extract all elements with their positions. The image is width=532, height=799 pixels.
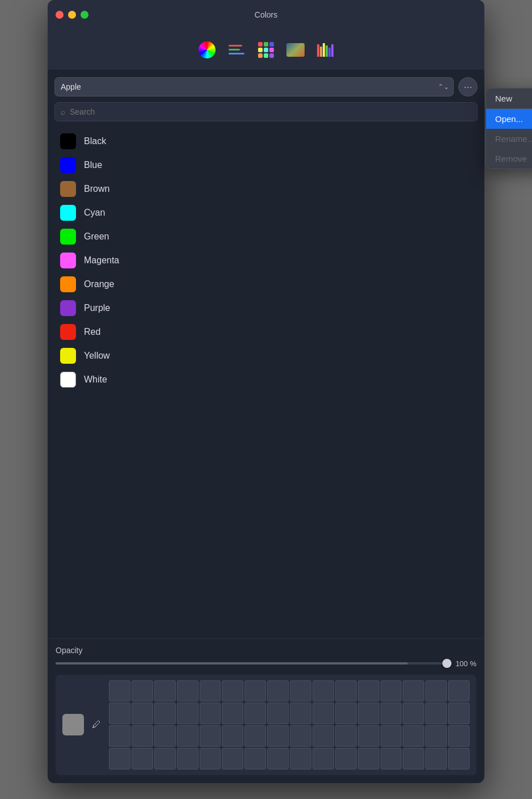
swatch-cell[interactable] [132, 748, 153, 769]
color-item[interactable]: Purple [57, 296, 475, 320]
swatch-cell[interactable] [425, 748, 447, 769]
swatch-cell[interactable] [448, 725, 470, 747]
swatch-cell[interactable] [290, 680, 311, 702]
color-item[interactable]: Black [57, 129, 475, 153]
swatch-cell[interactable] [381, 703, 402, 724]
context-menu-item-new[interactable]: New [486, 89, 532, 109]
opacity-slider-fill [56, 662, 408, 665]
search-input[interactable] [70, 107, 471, 116]
swatch-cell[interactable] [109, 748, 130, 769]
swatch-cell[interactable] [154, 725, 176, 747]
swatch-cell[interactable] [335, 703, 357, 724]
swatch-cell[interactable] [403, 748, 424, 769]
swatch-cell[interactable] [381, 748, 402, 769]
swatch-cell[interactable] [425, 725, 447, 747]
color-swatch [60, 348, 76, 364]
color-wheel-tab[interactable] [195, 37, 219, 62]
color-wheel-icon [199, 41, 216, 58]
swatch-cell[interactable] [200, 680, 221, 702]
slider-green [229, 49, 240, 51]
swatch-cell[interactable] [448, 703, 470, 724]
swatch-cell[interactable] [313, 725, 334, 747]
palettes-tab[interactable] [254, 37, 278, 62]
color-item[interactable]: Red [57, 320, 475, 344]
context-menu-item-open[interactable]: Open... [486, 109, 532, 129]
swatch-cell[interactable] [109, 725, 130, 747]
swatch-cell[interactable] [425, 680, 447, 702]
swatch-cell[interactable] [290, 725, 311, 747]
swatch-cell[interactable] [244, 725, 266, 747]
swatch-cell[interactable] [290, 748, 311, 769]
swatch-cell[interactable] [403, 703, 424, 724]
swatch-cell[interactable] [335, 748, 357, 769]
color-swatch [60, 276, 76, 292]
color-item[interactable]: White [57, 368, 475, 392]
color-item[interactable]: Orange [57, 272, 475, 296]
swatch-cell[interactable] [267, 748, 289, 769]
color-item[interactable]: Magenta [57, 249, 475, 272]
swatch-cell[interactable] [425, 703, 447, 724]
swatch-cell[interactable] [222, 748, 243, 769]
swatch-cell[interactable] [335, 680, 357, 702]
sliders-tab[interactable] [224, 37, 249, 62]
swatch-cell[interactable] [132, 680, 153, 702]
crayons-icon [317, 43, 333, 57]
crayons-tab[interactable] [313, 37, 337, 62]
swatch-cell[interactable] [313, 703, 334, 724]
swatch-cell[interactable] [200, 725, 221, 747]
swatch-cell[interactable] [244, 680, 266, 702]
close-button[interactable] [56, 11, 64, 19]
swatch-cell[interactable] [358, 680, 379, 702]
swatch-cell[interactable] [200, 703, 221, 724]
list-dropdown[interactable]: Apple Developer Web Safe Colors [54, 77, 454, 96]
swatch-cell[interactable] [403, 725, 424, 747]
gear-button[interactable]: ··· [458, 77, 478, 96]
swatch-cell[interactable] [448, 748, 470, 769]
swatch-cell[interactable] [177, 748, 199, 769]
swatch-cell[interactable] [313, 748, 334, 769]
swatch-cell[interactable] [177, 703, 199, 724]
minimize-button[interactable] [68, 11, 76, 19]
swatch-cell[interactable] [381, 680, 402, 702]
swatch-cell[interactable] [267, 680, 289, 702]
swatch-cell[interactable] [267, 725, 289, 747]
maximize-button[interactable] [81, 11, 88, 19]
color-item[interactable]: Yellow [57, 344, 475, 368]
swatch-cell[interactable] [177, 680, 199, 702]
image-icon [286, 43, 305, 57]
swatch-cell[interactable] [335, 725, 357, 747]
swatch-cell[interactable] [448, 680, 470, 702]
swatch-cell[interactable] [154, 680, 176, 702]
swatch-cell[interactable] [290, 703, 311, 724]
eyedropper-button[interactable]: 🖊 [90, 718, 103, 731]
swatch-cell[interactable] [381, 725, 402, 747]
swatch-cell[interactable] [132, 725, 153, 747]
swatch-cell[interactable] [132, 703, 153, 724]
swatch-cell[interactable] [154, 748, 176, 769]
swatch-cell[interactable] [109, 680, 130, 702]
color-item[interactable]: Cyan [57, 201, 475, 225]
swatch-cell[interactable] [222, 703, 243, 724]
swatch-cell[interactable] [244, 703, 266, 724]
color-name: Green [84, 232, 109, 242]
swatch-cell[interactable] [222, 680, 243, 702]
color-item[interactable]: Blue [57, 153, 475, 177]
swatch-cell[interactable] [222, 725, 243, 747]
search-icon: ⌕ [61, 107, 65, 116]
color-item[interactable]: Brown [57, 177, 475, 201]
swatch-cell[interactable] [358, 703, 379, 724]
color-swatch [60, 372, 76, 388]
swatch-cell[interactable] [154, 703, 176, 724]
swatch-cell[interactable] [177, 725, 199, 747]
swatch-cell[interactable] [200, 748, 221, 769]
image-tab[interactable] [283, 37, 308, 62]
swatch-cell[interactable] [358, 748, 379, 769]
swatch-cell[interactable] [313, 680, 334, 702]
swatch-cell[interactable] [244, 748, 266, 769]
swatch-cell[interactable] [403, 680, 424, 702]
swatch-cell[interactable] [267, 703, 289, 724]
swatch-cell[interactable] [109, 703, 130, 724]
color-swatch [60, 300, 76, 316]
swatch-cell[interactable] [358, 725, 379, 747]
color-item[interactable]: Green [57, 225, 475, 249]
